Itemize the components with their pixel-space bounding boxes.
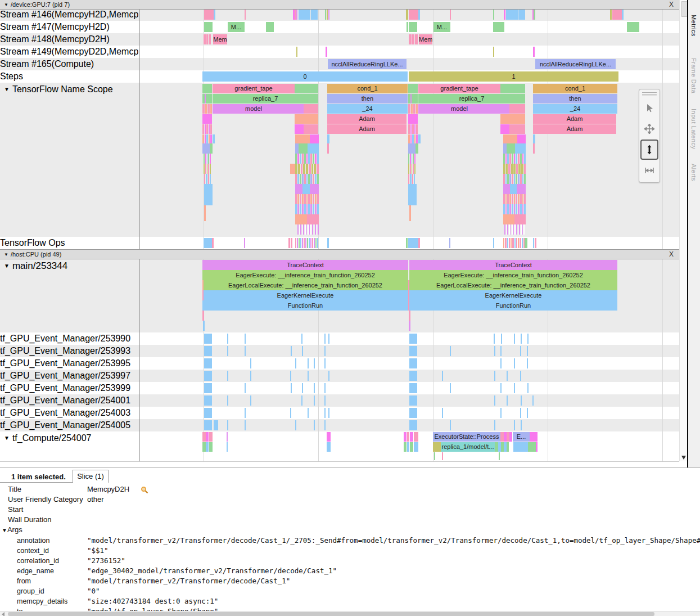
trace-event[interactable]: EagerLocalExecute: __inference_train_fun… (202, 280, 408, 290)
trace-event[interactable] (500, 358, 502, 368)
trace-event[interactable] (409, 334, 417, 344)
trace-event[interactable] (500, 346, 502, 356)
trace-event[interactable] (295, 84, 318, 93)
trace-event[interactable] (507, 442, 509, 452)
trace-event[interactable] (533, 143, 535, 154)
trace-event[interactable] (204, 408, 212, 418)
trace-event-cluster[interactable] (408, 174, 415, 184)
trace-event[interactable] (409, 22, 417, 32)
trace-event[interactable]: gradient_tape (213, 84, 295, 93)
trace-event[interactable] (442, 408, 443, 418)
trace-event[interactable] (204, 184, 213, 205)
trace-event[interactable] (507, 371, 508, 381)
trace-event-cluster[interactable] (204, 154, 211, 164)
trace-event[interactable] (409, 408, 417, 418)
trace-event[interactable] (503, 184, 510, 194)
trace-event[interactable] (302, 346, 303, 356)
trace-event[interactable] (328, 408, 329, 418)
trace-event[interactable] (509, 124, 525, 134)
trace-event[interactable] (509, 104, 525, 114)
trace-event[interactable] (324, 334, 326, 344)
trace-event[interactable] (205, 94, 206, 104)
trace-event[interactable] (308, 371, 309, 381)
trace-event-cluster[interactable] (408, 124, 418, 134)
trace-event[interactable] (533, 47, 535, 57)
tab-input-latency[interactable]: Input Latency (690, 109, 697, 150)
trace-event[interactable] (291, 383, 292, 393)
trace-event[interactable] (245, 383, 246, 393)
trace-event[interactable] (310, 184, 319, 194)
trace-event[interactable]: Adam (533, 124, 616, 134)
trace-event-cluster[interactable] (204, 34, 211, 44)
trace-event[interactable] (521, 420, 522, 430)
trace-event[interactable] (202, 311, 204, 321)
trace-event[interactable] (203, 321, 205, 331)
trace-event[interactable] (527, 334, 529, 344)
trace-event[interactable] (514, 358, 515, 368)
palette-drag-handle[interactable] (642, 92, 657, 96)
trace-event[interactable] (442, 452, 443, 460)
trace-event[interactable] (327, 143, 329, 154)
trace-event[interactable] (520, 408, 521, 418)
trace-event[interactable] (514, 420, 515, 430)
trace-event[interactable] (528, 442, 536, 452)
trace-event[interactable] (295, 104, 304, 114)
trace-event[interactable] (227, 395, 228, 406)
trace-event[interactable] (418, 134, 421, 143)
trace-event-cluster[interactable] (504, 224, 525, 235)
trace-event[interactable] (404, 442, 407, 452)
trace-event[interactable] (500, 114, 525, 124)
trace-event[interactable] (209, 432, 213, 442)
trace-event[interactable] (209, 442, 213, 452)
trace-event[interactable] (295, 134, 310, 143)
trace-event[interactable] (410, 432, 413, 442)
trace-event-cluster[interactable] (503, 164, 526, 174)
trace-event[interactable] (622, 10, 624, 20)
trace-event[interactable] (299, 143, 308, 154)
trace-event[interactable] (493, 10, 494, 20)
trace-event[interactable] (494, 420, 495, 430)
trace-event-cluster[interactable] (408, 154, 416, 164)
trace-event-cluster[interactable] (503, 238, 525, 248)
gpu-pane-close-button[interactable]: X (669, 0, 674, 9)
pan-tool-button[interactable] (640, 119, 658, 139)
trace-event[interactable] (308, 408, 309, 418)
horizontal-scrollbar-thumb[interactable] (8, 612, 654, 616)
trace-event[interactable] (202, 84, 212, 93)
timing-tool-button[interactable] (640, 160, 658, 181)
trace-event-cluster[interactable] (503, 154, 526, 164)
trace-event[interactable] (449, 238, 450, 248)
trace-event[interactable] (409, 205, 411, 221)
trace-event[interactable] (507, 395, 508, 406)
trace-event[interactable] (325, 10, 326, 20)
trace-event-cluster[interactable] (202, 134, 212, 143)
trace-event[interactable] (530, 432, 538, 442)
trace-event[interactable]: ncclAllReduceRingLLKe... (328, 59, 407, 69)
trace-event[interactable] (408, 238, 418, 248)
trace-event[interactable] (324, 395, 326, 406)
trace-event[interactable] (520, 346, 521, 356)
trace-event[interactable] (204, 346, 212, 356)
trace-event[interactable] (404, 432, 407, 442)
trace-event[interactable] (328, 371, 329, 381)
trace-event[interactable]: EagerExecute: __inference_train_function… (202, 270, 408, 280)
trace-event[interactable] (627, 22, 639, 32)
trace-event[interactable] (504, 10, 505, 20)
trace-event-cluster[interactable] (295, 194, 319, 204)
trace-event[interactable] (314, 358, 315, 368)
trace-event[interactable] (301, 334, 302, 344)
trace-event[interactable] (327, 238, 329, 248)
trace-event[interactable] (534, 10, 535, 20)
trace-event[interactable] (514, 214, 526, 224)
trace-event[interactable] (416, 143, 418, 154)
trace-event[interactable] (509, 432, 512, 442)
trace-event[interactable] (409, 395, 417, 406)
trace-event[interactable] (210, 143, 213, 154)
trace-event[interactable] (324, 383, 326, 393)
trace-event[interactable] (227, 420, 228, 430)
trace-event-cluster[interactable] (297, 224, 319, 235)
collapse-triangle-icon[interactable]: ▼ (4, 435, 10, 441)
tab-metrics[interactable]: Metrics (690, 15, 697, 37)
trace-event[interactable] (295, 184, 302, 194)
trace-event[interactable] (302, 184, 310, 194)
